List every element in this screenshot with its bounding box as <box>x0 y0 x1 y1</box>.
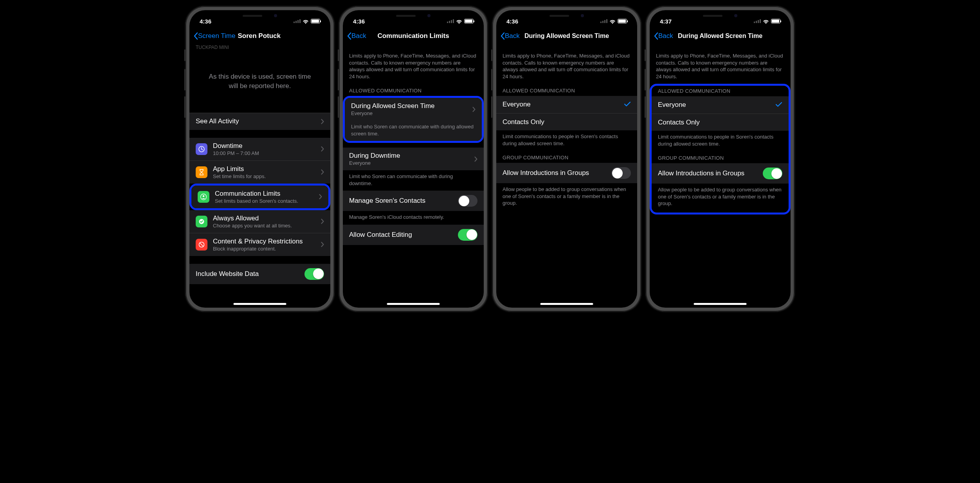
chevron-right-icon <box>474 157 477 162</box>
nav-title: Soren Potuck <box>238 32 281 40</box>
device-name-header: TUCKPAD MINI <box>189 45 330 50</box>
highlight-during-allowed: During Allowed Screen TimeEveryone Limit… <box>343 96 484 143</box>
svg-point-2 <box>203 195 205 197</box>
home-indicator[interactable] <box>694 303 747 305</box>
limits-description: Limits apply to Phone, FaceTime, Message… <box>496 45 637 84</box>
home-indicator[interactable] <box>540 303 593 305</box>
usage-placeholder: As this device is used, screen time will… <box>189 50 330 113</box>
allowed-comm-footer: Limit communications to people in Soren'… <box>496 130 637 151</box>
downtime-icon <box>196 143 207 155</box>
nav-title: During Allowed Screen Time <box>524 32 609 40</box>
chevron-left-icon <box>500 32 505 40</box>
during-downtime-footer: Limit who Soren can communicate with dur… <box>343 170 484 191</box>
wifi-icon <box>303 19 309 23</box>
limits-description: Limits apply to Phone, FaceTime, Message… <box>650 45 791 84</box>
chevron-left-icon <box>193 32 198 40</box>
cellular-icon <box>294 19 301 23</box>
battery-icon <box>311 19 320 23</box>
phone-frame-4: 4:37 Back During Allowed Screen Time Lim… <box>646 6 794 312</box>
option-everyone[interactable]: Everyone <box>496 96 637 113</box>
always-allowed-row[interactable]: Always AllowedChoose apps you want at al… <box>189 210 330 233</box>
see-all-activity-row[interactable]: See All Activity <box>189 113 330 130</box>
content[interactable]: Limits apply to Phone, FaceTime, Message… <box>496 45 637 308</box>
screen-2: 4:36 Back Communication Limits Limits ap… <box>343 10 484 308</box>
manage-contacts-toggle[interactable] <box>458 195 477 207</box>
see-all-label: See All Activity <box>196 117 315 125</box>
allow-editing-toggle[interactable] <box>458 229 477 241</box>
content[interactable]: Limits apply to Phone, FaceTime, Message… <box>343 45 484 308</box>
status-time: 4:36 <box>353 18 365 25</box>
checkmark-seal-icon <box>196 216 207 227</box>
no-symbol-icon <box>196 239 207 251</box>
highlight-allowed-groups: ALLOWED COMMUNICATION Everyone Contacts … <box>650 84 791 214</box>
chevron-left-icon <box>654 32 658 40</box>
limits-description: Limits apply to Phone, FaceTime, Message… <box>343 45 484 84</box>
group-intro-row[interactable]: Allow Introductions in Groups <box>652 163 789 184</box>
content-privacy-row[interactable]: Content & Privacy RestrictionsBlock inap… <box>189 233 330 256</box>
manage-contacts-row[interactable]: Manage Soren's Contacts <box>343 191 484 211</box>
chevron-right-icon <box>321 242 324 247</box>
hourglass-icon <box>196 166 207 178</box>
app-limits-row[interactable]: App LimitsSet time limits for apps. <box>189 160 330 184</box>
notch <box>687 10 753 21</box>
home-indicator[interactable] <box>387 303 440 305</box>
screen-3: 4:36 Back During Allowed Screen Time Lim… <box>496 10 637 308</box>
allowed-comm-header: ALLOWED COMMUNICATION <box>496 84 637 96</box>
chevron-right-icon <box>319 194 322 199</box>
status-time: 4:36 <box>200 18 211 25</box>
communication-limits-row[interactable]: Communication LimitsSet limits based on … <box>191 186 328 208</box>
battery-icon <box>464 19 474 23</box>
phone-frame-3: 4:36 Back During Allowed Screen Time Lim… <box>492 6 641 312</box>
phone-frame-2: 4:36 Back Communication Limits Limits ap… <box>339 6 488 312</box>
cellular-icon <box>600 19 607 23</box>
during-allowed-footer: Limit who Soren can communicate with dur… <box>345 121 482 141</box>
include-website-data-row[interactable]: Include Website Data <box>189 264 330 284</box>
nav-title: Communication Limits <box>377 32 449 40</box>
option-everyone[interactable]: Everyone <box>652 96 789 114</box>
back-label: Back <box>351 32 366 40</box>
home-indicator[interactable] <box>234 303 286 305</box>
back-button[interactable]: Screen Time <box>193 32 235 40</box>
group-intro-toggle[interactable] <box>611 167 631 179</box>
allowed-comm-footer: Limit communications to people in Soren'… <box>652 131 789 151</box>
screen-4: 4:37 Back During Allowed Screen Time Lim… <box>650 10 791 308</box>
group-intro-row[interactable]: Allow Introductions in Groups <box>496 163 637 183</box>
content[interactable]: TUCKPAD MINI As this device is used, scr… <box>189 45 330 308</box>
website-data-toggle[interactable] <box>304 268 324 280</box>
chevron-right-icon <box>321 119 324 124</box>
group-comm-footer: Allow people to be added to group conver… <box>652 184 789 211</box>
manage-contacts-footer: Manage Soren's iCloud contacts remotely. <box>343 211 484 225</box>
option-contacts-only[interactable]: Contacts Only <box>652 114 789 131</box>
notch <box>227 10 293 21</box>
chevron-left-icon <box>347 32 351 40</box>
checkmark-icon <box>775 101 782 109</box>
allowed-comm-header: ALLOWED COMMUNICATION <box>652 86 789 96</box>
nav-title: During Allowed Screen Time <box>678 32 762 40</box>
back-button[interactable]: Back <box>500 32 520 40</box>
nav-bar: Back Communication Limits <box>343 27 484 45</box>
downtime-row[interactable]: Downtime10:00 PM – 7:00 AM <box>189 138 330 160</box>
back-label: Screen Time <box>198 32 235 40</box>
battery-icon <box>618 19 627 23</box>
during-allowed-row[interactable]: During Allowed Screen TimeEveryone <box>345 98 482 121</box>
allow-contact-editing-row[interactable]: Allow Contact Editing <box>343 225 484 245</box>
back-button[interactable]: Back <box>347 32 366 40</box>
screen-1: 4:36 Screen Time Soren Potuck TUCKPAD MI… <box>189 10 330 308</box>
nav-bar: Back During Allowed Screen Time <box>496 27 637 45</box>
wifi-icon <box>763 19 769 23</box>
during-downtime-row[interactable]: During DowntimeEveryone <box>343 148 484 170</box>
back-label: Back <box>505 32 520 40</box>
back-button[interactable]: Back <box>654 32 673 40</box>
group-comm-header: GROUP COMMUNICATION <box>496 151 637 163</box>
person-circle-icon <box>198 191 209 203</box>
checkmark-icon <box>624 101 631 109</box>
chevron-right-icon <box>321 146 324 151</box>
group-comm-header: GROUP COMMUNICATION <box>652 151 789 163</box>
option-contacts-only[interactable]: Contacts Only <box>496 113 637 130</box>
content[interactable]: Limits apply to Phone, FaceTime, Message… <box>650 45 791 308</box>
group-intro-toggle[interactable] <box>763 168 782 179</box>
wifi-icon <box>609 19 616 23</box>
notch <box>533 10 600 21</box>
chevron-right-icon <box>321 219 324 224</box>
chevron-right-icon <box>321 169 324 175</box>
